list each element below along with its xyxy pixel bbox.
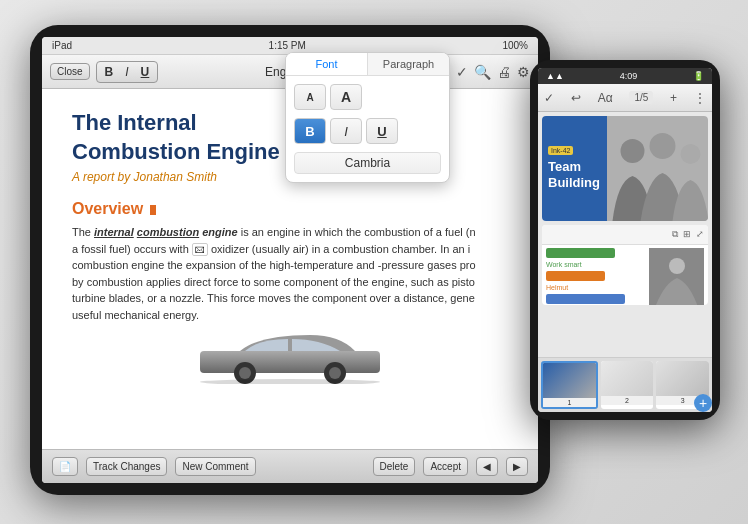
svg-point-9	[681, 144, 701, 164]
phone-battery-icon: 🔋	[693, 71, 704, 81]
format-popup: Font Paragraph A A B I U Cambria	[285, 52, 450, 183]
thumb-1-content	[543, 363, 596, 398]
svg-rect-0	[200, 351, 380, 373]
title-line2: Combustion Engine	[72, 139, 280, 164]
car-illustration	[180, 329, 400, 384]
font-format-row: B I U	[294, 118, 441, 144]
tablet-device-label: iPad	[52, 40, 72, 51]
page-indicator: 1/5	[629, 91, 653, 104]
track-changes-label: Track Changes	[93, 461, 160, 472]
svg-point-4	[329, 367, 341, 379]
slide-action-image	[649, 248, 704, 305]
phone-screen: ▲▲ 4:09 🔋 ✓ ↩ Aα 1/5 + ⋮ Ink-42 Team Bui…	[538, 68, 712, 412]
slide-expand-icon[interactable]: ⤢	[695, 228, 705, 241]
slide-work-label: Work smart	[546, 261, 645, 268]
thumbnail-2[interactable]: 2	[601, 361, 654, 409]
slide-text-green	[546, 248, 615, 258]
search-icon[interactable]: 🔍	[474, 64, 491, 80]
format-popup-tabs: Font Paragraph	[286, 53, 449, 76]
internal-text: internal combustion engine	[94, 226, 238, 238]
document-icon-button[interactable]: 📄	[52, 457, 78, 476]
tablet-time: 1:15 PM	[269, 40, 306, 51]
paragraph-tab[interactable]: Paragraph	[368, 53, 449, 75]
section-title: Overview	[72, 200, 508, 218]
slide-content-area: Work smart Helmut Climb higher	[542, 245, 708, 305]
document-body: The internal combustion engine is an eng…	[72, 224, 508, 323]
format-popup-body: A A B I U Cambria	[286, 76, 449, 182]
print-icon[interactable]: 🖨	[497, 64, 511, 80]
track-changes-button[interactable]: Track Changes	[86, 457, 167, 476]
toolbar-right-icons: ↩ ✓ 🔍 🖨 ⚙	[438, 64, 530, 80]
format-group: B I U	[96, 61, 159, 83]
phone-undo-icon[interactable]: ↩	[571, 91, 581, 105]
prev-button[interactable]: ◀	[476, 457, 498, 476]
phone-time: 4:09	[620, 71, 638, 81]
slide-main[interactable]: Ink-42 Team Building	[542, 116, 708, 221]
slide-left-panel: Ink-42 Team Building	[542, 116, 607, 221]
font-size-increase-button[interactable]: A	[330, 84, 362, 110]
font-size-row: A A	[294, 84, 441, 110]
slide-edit-icons: ⧉ ⊞ ⤢	[542, 225, 708, 245]
next-button[interactable]: ▶	[506, 457, 528, 476]
thumb-1-label: 1	[543, 398, 596, 407]
phone-device: ▲▲ 4:09 🔋 ✓ ↩ Aα 1/5 + ⋮ Ink-42 Team Bui…	[530, 60, 720, 420]
thumb-2-content	[601, 361, 654, 396]
new-comment-button[interactable]: New Comment	[175, 457, 255, 476]
thumbnails-row: 1 2 3	[538, 357, 712, 412]
bold-format-button[interactable]: B	[294, 118, 326, 144]
italic-button[interactable]: I	[121, 64, 132, 80]
thumb-3-content	[656, 361, 709, 396]
settings-icon[interactable]: ⚙	[517, 64, 530, 80]
title-line1: The Internal	[72, 110, 197, 135]
phone-text-icon[interactable]: Aα	[598, 91, 613, 105]
slide-people-image	[607, 116, 708, 221]
slide-text-blue	[546, 294, 625, 304]
thumbnail-1[interactable]: 1	[541, 361, 598, 409]
thumb-2-label: 2	[601, 396, 654, 405]
accept-button[interactable]: Accept	[423, 457, 468, 476]
font-name-display[interactable]: Cambria	[294, 152, 441, 174]
slide-main-title: Team Building	[548, 159, 601, 190]
delete-button[interactable]: Delete	[373, 457, 416, 476]
svg-point-2	[239, 367, 251, 379]
italic-format-button[interactable]: I	[330, 118, 362, 144]
phone-more-icon[interactable]: ⋮	[694, 91, 706, 105]
phone-status-bar: ▲▲ 4:09 🔋	[538, 68, 712, 84]
slide-text-orange	[546, 271, 605, 281]
underline-format-button[interactable]: U	[366, 118, 398, 144]
new-comment-label: New Comment	[182, 461, 248, 472]
close-button[interactable]: Close	[50, 63, 90, 80]
svg-point-11	[669, 258, 685, 274]
tablet-bottom-bar: 📄 Track Changes New Comment Delete Accep…	[42, 449, 538, 483]
phone-signal-icon: ▲▲	[546, 71, 564, 81]
phone-check-icon[interactable]: ✓	[544, 91, 554, 105]
svg-point-7	[621, 139, 645, 163]
underline-button[interactable]: U	[137, 64, 154, 80]
svg-point-5	[200, 379, 380, 384]
check-icon[interactable]: ✓	[456, 64, 468, 80]
slide-text-col: Work smart Helmut Climb higher	[546, 248, 645, 305]
font-size-decrease-button[interactable]: A	[294, 84, 326, 110]
font-tab[interactable]: Font	[286, 53, 368, 75]
slide-copy-icon[interactable]: ⧉	[671, 228, 679, 241]
slide-second[interactable]: ⧉ ⊞ ⤢ Work smart Helmut Climb higher	[542, 225, 708, 305]
phone-add-slide-button[interactable]: +	[694, 394, 712, 412]
slide-helmut-label: Helmut	[546, 284, 645, 291]
slides-area: Ink-42 Team Building	[538, 112, 712, 357]
svg-point-8	[650, 133, 676, 159]
slide-tag: Ink-42	[548, 146, 573, 155]
phone-add-icon[interactable]: +	[670, 91, 677, 105]
tablet-battery: 100%	[502, 40, 528, 51]
slide-layout-icon[interactable]: ⊞	[682, 228, 692, 241]
bold-button[interactable]: B	[101, 64, 118, 80]
phone-toolbar: ✓ ↩ Aα 1/5 + ⋮	[538, 84, 712, 112]
